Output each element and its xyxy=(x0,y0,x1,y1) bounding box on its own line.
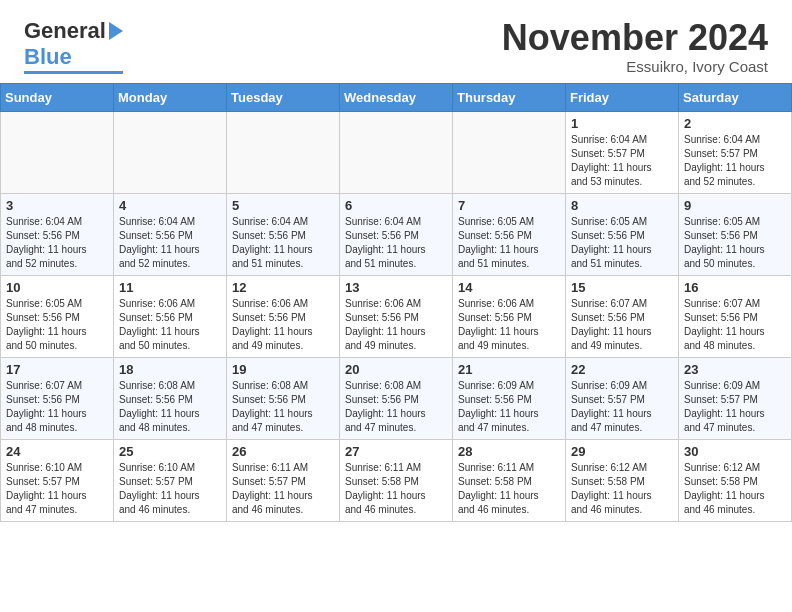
day-number: 29 xyxy=(571,444,673,459)
calendar-cell xyxy=(227,111,340,193)
day-number: 10 xyxy=(6,280,108,295)
calendar-header-row: SundayMondayTuesdayWednesdayThursdayFrid… xyxy=(1,83,792,111)
day-number: 21 xyxy=(458,362,560,377)
day-info: Sunrise: 6:06 AM Sunset: 5:56 PM Dayligh… xyxy=(119,297,221,353)
day-info: Sunrise: 6:06 AM Sunset: 5:56 PM Dayligh… xyxy=(232,297,334,353)
calendar-cell: 16Sunrise: 6:07 AM Sunset: 5:56 PM Dayli… xyxy=(679,275,792,357)
calendar-cell: 4Sunrise: 6:04 AM Sunset: 5:56 PM Daylig… xyxy=(114,193,227,275)
calendar-cell: 19Sunrise: 6:08 AM Sunset: 5:56 PM Dayli… xyxy=(227,357,340,439)
calendar-cell: 6Sunrise: 6:04 AM Sunset: 5:56 PM Daylig… xyxy=(340,193,453,275)
calendar-cell: 14Sunrise: 6:06 AM Sunset: 5:56 PM Dayli… xyxy=(453,275,566,357)
day-info: Sunrise: 6:12 AM Sunset: 5:58 PM Dayligh… xyxy=(684,461,786,517)
page-header: General Blue November 2024 Essuikro, Ivo… xyxy=(0,0,792,83)
day-info: Sunrise: 6:04 AM Sunset: 5:57 PM Dayligh… xyxy=(684,133,786,189)
calendar-cell: 25Sunrise: 6:10 AM Sunset: 5:57 PM Dayli… xyxy=(114,439,227,521)
calendar-week-1: 1Sunrise: 6:04 AM Sunset: 5:57 PM Daylig… xyxy=(1,111,792,193)
calendar-cell: 3Sunrise: 6:04 AM Sunset: 5:56 PM Daylig… xyxy=(1,193,114,275)
title-block: November 2024 Essuikro, Ivory Coast xyxy=(502,18,768,75)
weekday-header-friday: Friday xyxy=(566,83,679,111)
calendar-cell: 22Sunrise: 6:09 AM Sunset: 5:57 PM Dayli… xyxy=(566,357,679,439)
calendar-cell: 5Sunrise: 6:04 AM Sunset: 5:56 PM Daylig… xyxy=(227,193,340,275)
day-info: Sunrise: 6:11 AM Sunset: 5:57 PM Dayligh… xyxy=(232,461,334,517)
day-info: Sunrise: 6:04 AM Sunset: 5:56 PM Dayligh… xyxy=(345,215,447,271)
calendar-cell: 23Sunrise: 6:09 AM Sunset: 5:57 PM Dayli… xyxy=(679,357,792,439)
day-number: 17 xyxy=(6,362,108,377)
logo-underline xyxy=(24,71,123,74)
day-info: Sunrise: 6:05 AM Sunset: 5:56 PM Dayligh… xyxy=(684,215,786,271)
day-number: 27 xyxy=(345,444,447,459)
day-number: 25 xyxy=(119,444,221,459)
day-number: 22 xyxy=(571,362,673,377)
day-number: 4 xyxy=(119,198,221,213)
calendar-cell: 7Sunrise: 6:05 AM Sunset: 5:56 PM Daylig… xyxy=(453,193,566,275)
calendar-cell xyxy=(340,111,453,193)
day-info: Sunrise: 6:06 AM Sunset: 5:56 PM Dayligh… xyxy=(345,297,447,353)
day-info: Sunrise: 6:04 AM Sunset: 5:56 PM Dayligh… xyxy=(232,215,334,271)
calendar-week-3: 10Sunrise: 6:05 AM Sunset: 5:56 PM Dayli… xyxy=(1,275,792,357)
calendar-cell: 2Sunrise: 6:04 AM Sunset: 5:57 PM Daylig… xyxy=(679,111,792,193)
calendar-cell: 12Sunrise: 6:06 AM Sunset: 5:56 PM Dayli… xyxy=(227,275,340,357)
calendar-cell: 1Sunrise: 6:04 AM Sunset: 5:57 PM Daylig… xyxy=(566,111,679,193)
logo-blue-text: Blue xyxy=(24,44,72,70)
day-number: 3 xyxy=(6,198,108,213)
logo-general-text: General xyxy=(24,18,106,44)
day-info: Sunrise: 6:05 AM Sunset: 5:56 PM Dayligh… xyxy=(6,297,108,353)
month-title: November 2024 xyxy=(502,18,768,58)
day-info: Sunrise: 6:09 AM Sunset: 5:57 PM Dayligh… xyxy=(684,379,786,435)
day-number: 28 xyxy=(458,444,560,459)
day-number: 7 xyxy=(458,198,560,213)
logo: General Blue xyxy=(24,18,123,74)
day-info: Sunrise: 6:08 AM Sunset: 5:56 PM Dayligh… xyxy=(232,379,334,435)
calendar-cell: 13Sunrise: 6:06 AM Sunset: 5:56 PM Dayli… xyxy=(340,275,453,357)
day-info: Sunrise: 6:08 AM Sunset: 5:56 PM Dayligh… xyxy=(345,379,447,435)
day-info: Sunrise: 6:10 AM Sunset: 5:57 PM Dayligh… xyxy=(6,461,108,517)
day-number: 23 xyxy=(684,362,786,377)
day-number: 2 xyxy=(684,116,786,131)
day-info: Sunrise: 6:08 AM Sunset: 5:56 PM Dayligh… xyxy=(119,379,221,435)
weekday-header-wednesday: Wednesday xyxy=(340,83,453,111)
calendar-table: SundayMondayTuesdayWednesdayThursdayFrid… xyxy=(0,83,792,522)
calendar-cell: 10Sunrise: 6:05 AM Sunset: 5:56 PM Dayli… xyxy=(1,275,114,357)
day-info: Sunrise: 6:04 AM Sunset: 5:57 PM Dayligh… xyxy=(571,133,673,189)
day-info: Sunrise: 6:09 AM Sunset: 5:57 PM Dayligh… xyxy=(571,379,673,435)
day-number: 13 xyxy=(345,280,447,295)
weekday-header-saturday: Saturday xyxy=(679,83,792,111)
day-number: 1 xyxy=(571,116,673,131)
day-info: Sunrise: 6:05 AM Sunset: 5:56 PM Dayligh… xyxy=(571,215,673,271)
calendar-cell: 27Sunrise: 6:11 AM Sunset: 5:58 PM Dayli… xyxy=(340,439,453,521)
calendar-cell xyxy=(453,111,566,193)
weekday-header-monday: Monday xyxy=(114,83,227,111)
weekday-header-tuesday: Tuesday xyxy=(227,83,340,111)
logo-chevron-icon xyxy=(109,22,123,40)
calendar-cell: 24Sunrise: 6:10 AM Sunset: 5:57 PM Dayli… xyxy=(1,439,114,521)
day-info: Sunrise: 6:06 AM Sunset: 5:56 PM Dayligh… xyxy=(458,297,560,353)
calendar-cell: 17Sunrise: 6:07 AM Sunset: 5:56 PM Dayli… xyxy=(1,357,114,439)
day-number: 5 xyxy=(232,198,334,213)
location-text: Essuikro, Ivory Coast xyxy=(502,58,768,75)
day-info: Sunrise: 6:04 AM Sunset: 5:56 PM Dayligh… xyxy=(119,215,221,271)
calendar-cell: 11Sunrise: 6:06 AM Sunset: 5:56 PM Dayli… xyxy=(114,275,227,357)
day-number: 24 xyxy=(6,444,108,459)
day-info: Sunrise: 6:09 AM Sunset: 5:56 PM Dayligh… xyxy=(458,379,560,435)
calendar-cell xyxy=(1,111,114,193)
day-number: 14 xyxy=(458,280,560,295)
calendar-body: 1Sunrise: 6:04 AM Sunset: 5:57 PM Daylig… xyxy=(1,111,792,521)
day-number: 16 xyxy=(684,280,786,295)
day-info: Sunrise: 6:11 AM Sunset: 5:58 PM Dayligh… xyxy=(345,461,447,517)
day-info: Sunrise: 6:07 AM Sunset: 5:56 PM Dayligh… xyxy=(6,379,108,435)
day-number: 30 xyxy=(684,444,786,459)
day-info: Sunrise: 6:07 AM Sunset: 5:56 PM Dayligh… xyxy=(684,297,786,353)
calendar-week-5: 24Sunrise: 6:10 AM Sunset: 5:57 PM Dayli… xyxy=(1,439,792,521)
calendar-cell: 15Sunrise: 6:07 AM Sunset: 5:56 PM Dayli… xyxy=(566,275,679,357)
day-number: 12 xyxy=(232,280,334,295)
day-info: Sunrise: 6:05 AM Sunset: 5:56 PM Dayligh… xyxy=(458,215,560,271)
calendar-cell: 20Sunrise: 6:08 AM Sunset: 5:56 PM Dayli… xyxy=(340,357,453,439)
day-info: Sunrise: 6:12 AM Sunset: 5:58 PM Dayligh… xyxy=(571,461,673,517)
weekday-header-sunday: Sunday xyxy=(1,83,114,111)
day-number: 26 xyxy=(232,444,334,459)
day-number: 20 xyxy=(345,362,447,377)
day-number: 19 xyxy=(232,362,334,377)
calendar-cell: 18Sunrise: 6:08 AM Sunset: 5:56 PM Dayli… xyxy=(114,357,227,439)
calendar-week-2: 3Sunrise: 6:04 AM Sunset: 5:56 PM Daylig… xyxy=(1,193,792,275)
calendar-cell: 30Sunrise: 6:12 AM Sunset: 5:58 PM Dayli… xyxy=(679,439,792,521)
